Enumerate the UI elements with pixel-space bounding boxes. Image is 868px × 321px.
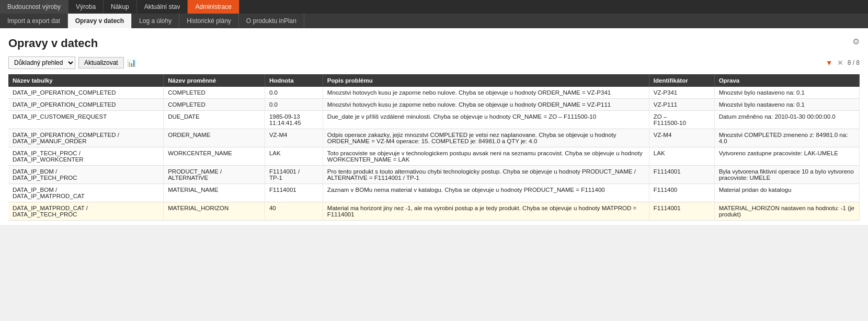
data-table: Název tabulky Název proměnné Hodnota Pop… xyxy=(8,74,860,221)
cell-variable-name: ORDER_NAME xyxy=(164,129,265,147)
cell-identifier: F111400 xyxy=(649,184,714,202)
cell-table-name: DATA_IP_BOM / DATA_IP_MATPROD_CAT xyxy=(8,184,164,202)
page-title: Opravy v datech xyxy=(8,37,98,50)
table-row: DATA_IP_BOM / DATA_IP_TECH_PROCPRODUCT_N… xyxy=(8,166,860,184)
toolbar: Důkladný přehled Aktualizovat 📊 ▼ ✕ 8 / … xyxy=(8,56,860,69)
cell-variable-name: COMPLETED xyxy=(164,87,265,99)
cell-identifier: ZO – F111500-10 xyxy=(649,111,714,129)
cell-problem-desc: Toto pracoviste se objevuje v technologi… xyxy=(323,147,649,166)
cell-problem-desc: Material ma horizont jiny nez -1, ale ma… xyxy=(323,202,649,221)
cell-value: 0.0 xyxy=(265,87,323,99)
cell-variable-name: COMPLETED xyxy=(164,99,265,111)
table-row: DATA_IP_BOM / DATA_IP_MATPROD_CATMATERIA… xyxy=(8,184,860,202)
cell-identifier: F1114001 xyxy=(649,166,714,184)
sub-nav-log[interactable]: Log a úlohy xyxy=(132,14,179,28)
cell-identifier: VZ-P111 xyxy=(649,99,714,111)
sub-nav-opravy[interactable]: Opravy v datech xyxy=(68,14,132,28)
cell-value: VZ-M4 xyxy=(265,129,323,147)
table-row: DATA_IP_TECH_PROC / DATA_IP_WORKCENTERWO… xyxy=(8,147,860,166)
table-row: DATA_IP_OPERATION_COMPLETEDCOMPLETED0.0M… xyxy=(8,87,860,99)
toolbar-right: ▼ ✕ 8 / 8 xyxy=(826,59,860,67)
header-problem-desc: Popis problému xyxy=(323,74,649,87)
cell-variable-name: PRODUCT_NAME / ALTERNATIVE xyxy=(164,166,265,184)
top-nav-administrace[interactable]: Administrace xyxy=(188,0,239,14)
sub-nav-import[interactable]: Import a export dat xyxy=(0,14,68,28)
cell-table-name: DATA_IP_OPERATION_COMPLETED xyxy=(8,99,164,111)
cell-value: 1985-09-13 11:14:41.45 xyxy=(265,111,323,129)
cell-fix: Mnozstvi bylo nastaveno na: 0.1 xyxy=(714,99,859,111)
table-row: DATA_IP_CUSTOMER_REQUESTDUE_DATE1985-09-… xyxy=(8,111,860,129)
table-row: DATA_IP_OPERATION_COMPLETEDCOMPLETED0.0M… xyxy=(8,99,860,111)
header-identifier: Identifikátor xyxy=(649,74,714,87)
cell-problem-desc: Pro tento produkt s touto alternativou c… xyxy=(323,166,649,184)
top-nav-nakup[interactable]: Nákup xyxy=(104,0,137,14)
cell-identifier: LAK xyxy=(649,147,714,166)
cell-identifier: F1114001 xyxy=(649,202,714,221)
cell-value: 40 xyxy=(265,202,323,221)
cell-problem-desc: Mnozstvi hotovych kusu je zaporne nebo n… xyxy=(323,87,649,99)
cell-fix: Mnozstvi bylo nastaveno na: 0.1 xyxy=(714,87,859,99)
update-button[interactable]: Aktualizovat xyxy=(78,57,124,68)
cell-fix: Byla vytvorena fiktivni operace 10 a byl… xyxy=(714,166,859,184)
cell-fix: Vytvoreno zastupne pracoviste: LAK-UMELE xyxy=(714,147,859,166)
top-nav-vyroba[interactable]: Výroba xyxy=(68,0,104,14)
header-table-name: Název tabulky xyxy=(8,74,164,87)
top-nav: Budoucnost výroby Výroba Nákup Aktuální … xyxy=(0,0,868,14)
header-variable-name: Název proměnné xyxy=(164,74,265,87)
top-nav-aktualni[interactable]: Aktuální stav xyxy=(137,0,188,14)
cell-table-name: DATA_IP_MATPROD_CAT / DATA_IP_TECH_PROC xyxy=(8,202,164,221)
cell-variable-name: DUE_DATE xyxy=(164,111,265,129)
top-nav-budoucnost[interactable]: Budoucnost výroby xyxy=(0,0,68,14)
view-dropdown[interactable]: Důkladný přehled xyxy=(8,56,75,69)
settings-icon[interactable]: ⚙ xyxy=(852,37,860,47)
page-content: Opravy v datech ⚙ Důkladný přehled Aktua… xyxy=(0,28,868,225)
header-fix: Oprava xyxy=(714,74,859,87)
cell-fix: Material pridan do katalogu xyxy=(714,184,859,202)
cell-problem-desc: Due_date je v příliš vzdálené minulosti.… xyxy=(323,111,649,129)
cell-variable-name: MATERIAL_NAME xyxy=(164,184,265,202)
clear-filter-icon[interactable]: ✕ xyxy=(837,59,843,67)
sub-nav: Import a export dat Opravy v datech Log … xyxy=(0,14,868,28)
cell-variable-name: WORKCENTER_NAME xyxy=(164,147,265,166)
table-header-row: Název tabulky Název proměnné Hodnota Pop… xyxy=(8,74,860,87)
sub-nav-oprodukt[interactable]: O produktu inPlan xyxy=(239,14,304,28)
cell-fix: Datum změněno na: 2010-01-30 00:00:00.0 xyxy=(714,111,859,129)
cell-table-name: DATA_IP_CUSTOMER_REQUEST xyxy=(8,111,164,129)
sub-nav-historicke[interactable]: Historické plány xyxy=(179,14,239,28)
export-icon[interactable]: 📊 xyxy=(127,59,136,67)
cell-problem-desc: Zaznam v BOMu nema material v katalogu. … xyxy=(323,184,649,202)
count-badge: 8 / 8 xyxy=(848,59,860,66)
cell-value: F1114001 xyxy=(265,184,323,202)
cell-table-name: DATA_IP_OPERATION_COMPLETED xyxy=(8,87,164,99)
cell-problem-desc: Mnozstvi hotovych kusu je zaporne nebo n… xyxy=(323,99,649,111)
cell-identifier: VZ-P341 xyxy=(649,87,714,99)
cell-fix: MATERIAL_HORIZON nastaven na hodnotu: -1… xyxy=(714,202,859,221)
cell-table-name: DATA_IP_TECH_PROC / DATA_IP_WORKCENTER xyxy=(8,147,164,166)
cell-value: F1114001 / TP-1 xyxy=(265,166,323,184)
cell-problem-desc: Odpis operace zakazky, jejiz mnozstvi CO… xyxy=(323,129,649,147)
cell-fix: Mnozstvi COMPLETED zmeneno z: 84981.0 na… xyxy=(714,129,859,147)
table-row: DATA_IP_MATPROD_CAT / DATA_IP_TECH_PROCM… xyxy=(8,202,860,221)
cell-value: LAK xyxy=(265,147,323,166)
filter-icon[interactable]: ▼ xyxy=(826,59,833,67)
header-value: Hodnota xyxy=(265,74,323,87)
cell-value: 0.0 xyxy=(265,99,323,111)
cell-table-name: DATA_IP_OPERATION_COMPLETED / DATA_IP_MA… xyxy=(8,129,164,147)
cell-variable-name: MATERIAL_HORIZON xyxy=(164,202,265,221)
table-row: DATA_IP_OPERATION_COMPLETED / DATA_IP_MA… xyxy=(8,129,860,147)
cell-table-name: DATA_IP_BOM / DATA_IP_TECH_PROC xyxy=(8,166,164,184)
cell-identifier: VZ-M4 xyxy=(649,129,714,147)
